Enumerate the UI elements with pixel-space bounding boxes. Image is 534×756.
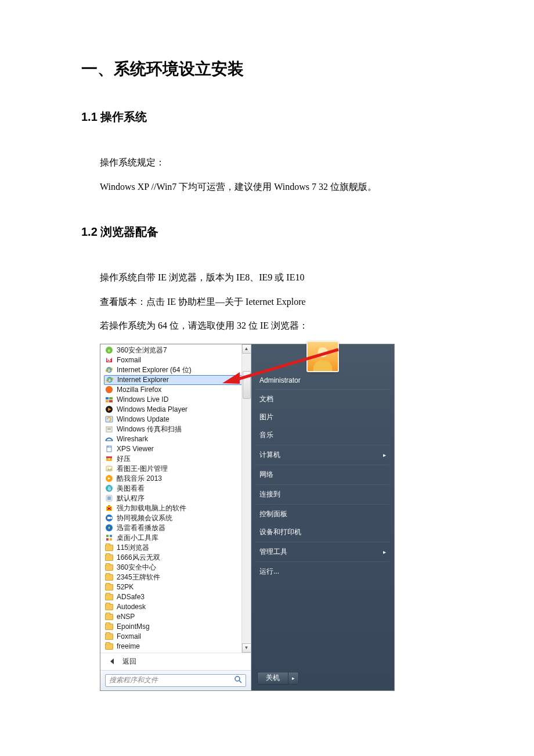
program-item[interactable]: Foxmail	[100, 632, 251, 642]
para-os-req: 操作系统规定：	[100, 150, 453, 175]
program-item[interactable]: Windows Live ID	[100, 395, 251, 405]
scroll-thumb[interactable]	[243, 371, 251, 399]
search-placeholder-text: 搜索程序和文件	[109, 675, 158, 685]
right-pane-item[interactable]: 图片	[251, 408, 394, 426]
right-item-label: 设备和打印机	[259, 527, 301, 537]
program-label: 默认程序	[117, 494, 145, 503]
kantu-icon	[105, 465, 113, 473]
program-item[interactable]: Windows Media Player	[100, 405, 251, 415]
program-label: Windows Media Player	[117, 405, 187, 413]
heading-1: 一、系统环境设立安装	[81, 58, 453, 80]
svg-rect-12	[106, 397, 109, 399]
program-item[interactable]: Windows 传真和扫描	[100, 424, 251, 434]
program-item[interactable]: 360安全中心	[100, 563, 251, 573]
program-item[interactable]: XPS Viewer	[100, 444, 251, 454]
program-item[interactable]: Mozilla Firefox	[100, 385, 251, 395]
ie-icon: e	[106, 376, 114, 384]
program-item[interactable]: 默认程序	[100, 494, 251, 503]
user-avatar[interactable]	[306, 341, 339, 372]
folder-icon	[105, 543, 113, 552]
shutdown-button[interactable]: 关机	[258, 672, 288, 684]
shutdown-options-button[interactable]: ▸	[288, 672, 298, 684]
right-pane-item[interactable]: 音乐	[251, 426, 394, 444]
program-item[interactable]: 迅雷看看播放器	[100, 523, 251, 533]
program-label: 52PK	[117, 583, 134, 591]
right-pane-item[interactable]: 管理工具▸	[251, 543, 394, 561]
svg-rect-26	[109, 458, 110, 460]
right-pane-item[interactable]: 设备和打印机	[251, 523, 394, 541]
program-item[interactable]: 酷我音乐 2013	[100, 474, 251, 484]
folder-icon	[105, 563, 113, 571]
program-label: 1666风云无双	[117, 553, 160, 563]
para-browser-3: 若操作系统为 64 位，请选取使用 32 位 IE 浏览器：	[100, 314, 453, 338]
back-button[interactable]: 返回	[100, 653, 251, 670]
search-input[interactable]: 搜索程序和文件	[105, 674, 246, 687]
scroll-up-button[interactable]: ▲	[242, 344, 251, 354]
program-item[interactable]: 看图王-图片管理	[100, 464, 251, 474]
right-item-label: 图片	[259, 412, 273, 422]
search-icon	[234, 675, 242, 685]
liveid-icon	[105, 395, 113, 404]
program-item[interactable]: EpointMsg	[100, 622, 251, 632]
program-item[interactable]: 强力卸载电脑上的软件	[100, 503, 251, 513]
program-list[interactable]: e360安全浏览器7GFoxmaileInternet Explorer (64…	[100, 344, 251, 653]
program-label: Internet Explorer (64 位)	[117, 365, 192, 375]
para-os-desc: Windows XP //Win7 下均可运营，建议使用 Windows 7 3…	[100, 175, 453, 199]
program-label: Windows Update	[117, 415, 169, 423]
separator	[256, 542, 389, 542]
shutdown-button-group: 关机 ▸	[257, 672, 299, 685]
program-item[interactable]: 协同视频会议系统	[100, 513, 251, 523]
avatar-icon	[308, 342, 338, 371]
program-item[interactable]: GFoxmail	[100, 355, 251, 365]
svg-rect-45	[106, 538, 109, 541]
program-label: EpointMsg	[117, 622, 150, 631]
program-item[interactable]: 桌面小工具库	[100, 533, 251, 543]
svg-rect-33	[107, 496, 111, 500]
right-pane-item[interactable]: 控制面板	[251, 505, 394, 523]
program-item[interactable]: eInternet Explorer (64 位)	[100, 365, 251, 375]
program-label: 看图王-图片管理	[117, 464, 168, 474]
right-pane-item[interactable]: 运行...	[251, 563, 394, 581]
folder-icon	[105, 622, 113, 631]
program-item[interactable]: Autodesk	[100, 602, 251, 612]
program-item[interactable]: eInternet Explorer	[104, 375, 247, 385]
separator	[256, 504, 389, 505]
gadgets-icon	[105, 534, 113, 542]
program-item[interactable]: 52PK	[100, 582, 251, 592]
user-name[interactable]: Administrator	[251, 372, 394, 388]
right-pane-item[interactable]: 计算机▸	[251, 446, 394, 464]
right-pane-item[interactable]: 文档	[251, 390, 394, 408]
svg-rect-13	[109, 397, 113, 399]
program-item[interactable]: ADSafe3	[100, 592, 251, 602]
right-item-label: 管理工具	[259, 547, 287, 557]
svg-rect-43	[106, 535, 109, 537]
program-item[interactable]: 好压	[100, 454, 251, 464]
submenu-arrow-icon: ▸	[383, 549, 386, 555]
program-item[interactable]: 2345王牌软件	[100, 573, 251, 582]
fax-icon	[105, 425, 113, 433]
right-item-label: 连接到	[259, 489, 280, 499]
svg-rect-14	[106, 400, 109, 402]
program-item[interactable]: Wireshark	[100, 434, 251, 444]
program-item[interactable]: 115浏览器	[100, 543, 251, 553]
program-item[interactable]: eNSP	[100, 612, 251, 622]
program-item[interactable]: 1666风云无双	[100, 553, 251, 563]
program-item[interactable]: e360安全浏览器7	[100, 345, 251, 355]
ie-icon: e	[105, 366, 113, 374]
program-item[interactable]: Windows Update	[100, 415, 251, 424]
program-label: Foxmail	[117, 356, 141, 364]
program-label: 迅雷看看播放器	[117, 523, 165, 533]
right-item-label: 运行...	[259, 567, 279, 577]
scroll-down-button[interactable]: ▼	[242, 643, 251, 653]
svg-rect-46	[110, 538, 112, 541]
program-item[interactable]: freeime	[100, 642, 251, 651]
separator	[256, 484, 389, 485]
back-label: 返回	[122, 657, 136, 667]
program-item[interactable]: 看美图看看	[100, 484, 251, 494]
scrollbar[interactable]: ▲ ▼	[241, 344, 251, 653]
program-label: 酷我音乐 2013	[117, 474, 162, 484]
right-pane-item[interactable]: 连接到	[251, 485, 394, 503]
right-pane-item[interactable]: 网络	[251, 466, 394, 484]
program-label: freeime	[117, 642, 140, 650]
search-bar: 搜索程序和文件	[100, 670, 251, 690]
